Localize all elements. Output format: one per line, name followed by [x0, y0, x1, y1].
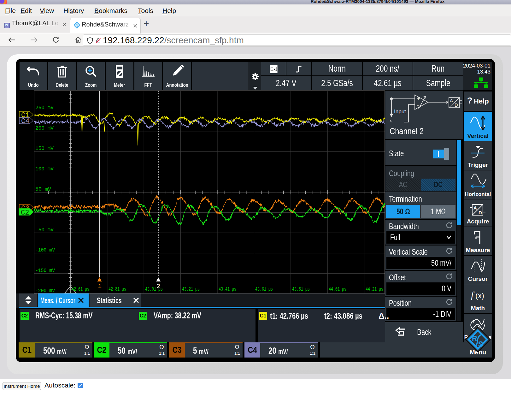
- svg-text:150 mV: 150 mV: [35, 146, 54, 151]
- svg-text:43.41 µs: 43.41 µs: [219, 287, 236, 292]
- svg-text:f: f: [471, 290, 475, 300]
- svg-text:A: A: [473, 205, 477, 210]
- svg-text:44.01 µs: 44.01 µs: [329, 287, 346, 292]
- svg-text:43.81 µs: 43.81 µs: [292, 287, 310, 292]
- svg-text:C2: C2: [21, 209, 29, 216]
- svg-text:-50 mV: -50 mV: [35, 227, 54, 233]
- svg-text:-100 mV: -100 mV: [35, 247, 55, 253]
- svg-text:(x): (x): [475, 291, 484, 300]
- svg-text:R: R: [472, 334, 477, 343]
- svg-text:43.21 µs: 43.21 µs: [182, 287, 200, 292]
- svg-text:C4: C4: [21, 117, 29, 124]
- svg-text:D: D: [455, 102, 458, 108]
- svg-text:44.21 µs: 44.21 µs: [366, 287, 383, 292]
- svg-text:42.61 µs: 42.61 µs: [72, 287, 89, 292]
- svg-text:-150 mV: -150 mV: [35, 268, 55, 274]
- svg-text:42.81 µs: 42.81 µs: [109, 287, 126, 292]
- svg-text:-: -: [417, 101, 419, 109]
- svg-text:+: +: [417, 95, 420, 102]
- svg-text:100 mV: 100 mV: [35, 166, 54, 172]
- svg-text:50 mV: 50 mV: [35, 186, 51, 192]
- svg-text:D: D: [479, 210, 482, 215]
- svg-text:200 mV: 200 mV: [35, 126, 54, 131]
- svg-text:A: A: [450, 98, 453, 103]
- svg-text:1: 1: [98, 283, 102, 290]
- svg-text:-200 mV: -200 mV: [35, 288, 55, 294]
- svg-text:250 mV: 250 mV: [35, 105, 54, 111]
- svg-text:S: S: [77, 25, 78, 27]
- svg-text:43.61 µs: 43.61 µs: [255, 287, 273, 292]
- svg-text:S: S: [478, 340, 483, 348]
- svg-text:43.01 µs: 43.01 µs: [145, 287, 163, 292]
- svg-text:Input: Input: [394, 109, 406, 115]
